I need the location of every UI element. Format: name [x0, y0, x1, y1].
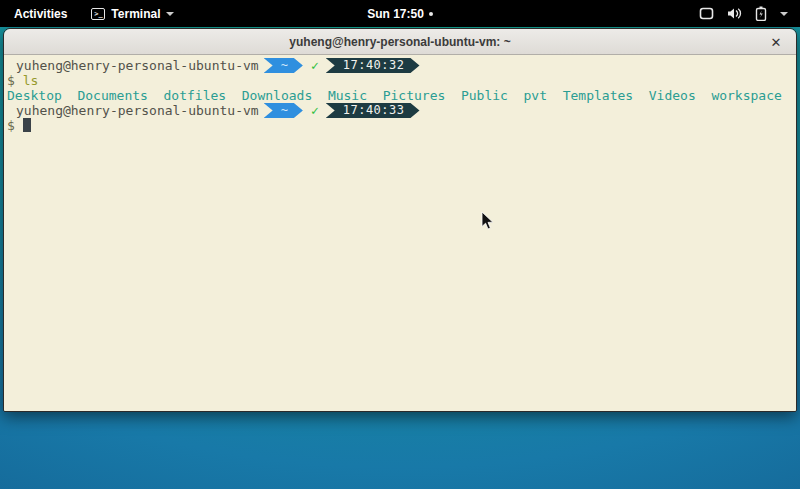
clock-button[interactable]: Sun 17:50: [367, 7, 433, 21]
prompt-time-segment: 17:40:33: [326, 103, 420, 118]
notification-dot-icon: [429, 12, 433, 16]
prompt-dollar: $: [7, 73, 15, 88]
terminal-app-icon: >_: [91, 8, 105, 20]
text-cursor-block: [23, 118, 31, 132]
directory-name: Music: [328, 88, 367, 103]
directory-name: Public: [461, 88, 508, 103]
directory-name: dotfiles: [164, 88, 227, 103]
window-titlebar[interactable]: yuheng@henry-personal-ubuntu-vm: ~ ✕: [4, 29, 796, 55]
ls-output: Desktop Documents dotfiles Downloads Mus…: [7, 88, 796, 103]
directory-name: Templates: [563, 88, 633, 103]
directory-name: Pictures: [383, 88, 446, 103]
directory-name: workspace: [711, 88, 781, 103]
directory-name: Documents: [77, 88, 147, 103]
directory-name: pvt: [524, 88, 547, 103]
prompt-path-segment: ~: [264, 58, 303, 73]
prompt-user: yuheng@henry-personal-ubuntu-vm: [7, 103, 259, 118]
activities-button[interactable]: Activities: [0, 0, 81, 27]
prompt-status-check: ✓: [311, 58, 319, 73]
prompt-status-check: ✓: [311, 103, 319, 118]
chevron-down-icon: [166, 12, 174, 16]
display-icon: [699, 7, 714, 20]
prompt-dollar: $: [7, 118, 15, 133]
command-line: $ ls: [7, 73, 796, 88]
input-line: $: [7, 118, 796, 133]
prompt-line-2: yuheng@henry-personal-ubuntu-vm ~ ✓ 17:4…: [7, 103, 796, 118]
terminal-content[interactable]: yuheng@henry-personal-ubuntu-vm ~ ✓ 17:4…: [4, 55, 796, 411]
window-title: yuheng@henry-personal-ubuntu-vm: ~: [289, 35, 510, 49]
prompt-user: yuheng@henry-personal-ubuntu-vm: [7, 58, 259, 73]
battery-charging-icon: [755, 6, 767, 21]
app-menu-label: Terminal: [111, 7, 160, 21]
directory-name: Desktop: [7, 88, 62, 103]
directory-name: Downloads: [242, 88, 312, 103]
gnome-top-bar: Activities >_ Terminal Sun 17:50: [0, 0, 800, 27]
terminal-window: yuheng@henry-personal-ubuntu-vm: ~ ✕ yuh…: [3, 28, 797, 412]
prompt-line-1: yuheng@henry-personal-ubuntu-vm ~ ✓ 17:4…: [7, 58, 796, 73]
system-status-menu[interactable]: [687, 0, 800, 27]
directory-name: Videos: [649, 88, 696, 103]
clock-label: Sun 17:50: [367, 7, 424, 21]
activities-label: Activities: [14, 7, 67, 21]
chevron-down-icon: [780, 12, 788, 16]
prompt-path-segment: ~: [264, 103, 303, 118]
app-menu-terminal[interactable]: >_ Terminal: [81, 0, 184, 27]
volume-icon: [727, 7, 742, 20]
prompt-time-segment: 17:40:32: [326, 58, 420, 73]
command-text: ls: [23, 73, 39, 88]
close-button[interactable]: ✕: [767, 33, 785, 51]
